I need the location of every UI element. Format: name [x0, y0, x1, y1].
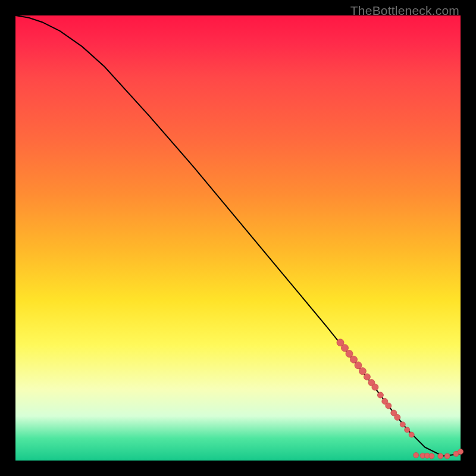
data-marker: [355, 362, 362, 369]
data-marker: [364, 374, 370, 380]
data-marker: [409, 432, 414, 437]
data-marker: [400, 422, 405, 427]
curve-line: [15, 15, 461, 456]
data-marker: [405, 427, 410, 433]
data-marker: [394, 414, 400, 420]
curve-markers: [337, 339, 464, 459]
data-marker: [429, 453, 434, 459]
chart-frame: TheBottleneck.com: [0, 0, 476, 476]
data-marker: [377, 392, 383, 398]
data-marker: [458, 449, 464, 455]
chart-svg: [15, 15, 461, 461]
data-marker: [444, 453, 450, 459]
data-marker: [346, 350, 353, 358]
data-marker: [372, 384, 378, 390]
data-marker: [414, 453, 419, 458]
plot-area: [15, 15, 461, 461]
data-marker: [350, 356, 358, 363]
data-marker: [438, 453, 443, 459]
data-marker: [359, 368, 366, 375]
data-marker: [342, 345, 349, 352]
data-marker: [386, 403, 392, 409]
